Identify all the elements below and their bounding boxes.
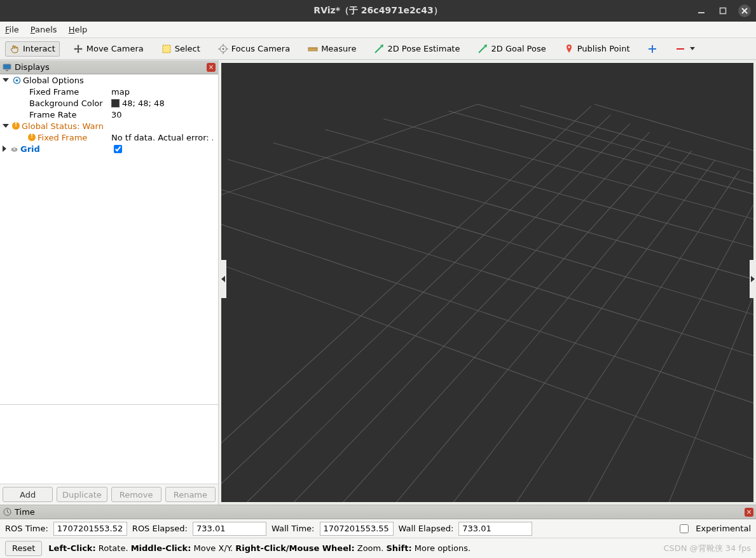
ros-elapsed-input[interactable] [193, 522, 266, 536]
time-fields: ROS Time: ROS Elapsed: Wall Time: Wall E… [0, 519, 756, 538]
chevron-down-icon [690, 47, 695, 50]
cursor-hand-icon [10, 44, 20, 54]
plus-icon [647, 44, 657, 54]
ros-time-label: ROS Time: [5, 524, 48, 533]
gear-icon [12, 76, 21, 85]
target-icon [218, 44, 228, 54]
titlebar: RViz*（于 26c4971e2c43） [0, 0, 756, 22]
svg-point-20 [568, 46, 570, 48]
main-area: Displays Global Options Fixed Frame [0, 60, 756, 505]
add-button[interactable]: Add [3, 487, 53, 502]
select-icon [162, 44, 172, 54]
grid-label: Grid [20, 144, 40, 154]
panel-close-button[interactable] [745, 508, 753, 517]
wall-elapsed-label: Wall Elapsed: [399, 524, 454, 533]
ros-time-input[interactable] [53, 522, 127, 536]
svg-line-31 [7, 512, 9, 514]
tool-publish-point[interactable]: Publish Point [560, 41, 635, 57]
svg-rect-25 [6, 70, 8, 71]
status-fixed-frame-value: No tf data. Actual error: ... [111, 133, 213, 142]
menu-help[interactable]: Help [69, 25, 88, 34]
wall-time-label: Wall Time: [271, 524, 315, 533]
monitor-icon [3, 63, 11, 72]
tool-select[interactable]: Select [157, 41, 205, 57]
color-swatch[interactable] [111, 99, 120, 107]
time-panel-title: Time [15, 507, 35, 517]
displays-title: Displays [15, 62, 50, 72]
svg-rect-1 [720, 8, 726, 14]
duplicate-button[interactable]: Duplicate [57, 487, 107, 502]
menu-file[interactable]: File [5, 25, 19, 34]
svg-point-27 [15, 79, 18, 81]
background-color-value[interactable]: 48; 48; 48 [122, 99, 165, 108]
3d-view[interactable] [221, 63, 753, 502]
arrow-green-icon [478, 44, 488, 54]
warning-icon [28, 133, 36, 141]
grid-icon [10, 144, 18, 153]
collapse-icon[interactable] [3, 124, 9, 128]
frame-rate-value[interactable]: 30 [111, 110, 122, 119]
panel-close-button[interactable] [207, 63, 216, 72]
minus-icon [675, 44, 685, 54]
menu-panels[interactable]: Panels [31, 25, 57, 34]
background-color-label: Background Color [29, 99, 103, 108]
tool-add[interactable] [643, 41, 662, 57]
ruler-icon [308, 44, 318, 54]
fixed-frame-value[interactable]: map [111, 87, 130, 97]
wall-time-input[interactable] [320, 522, 394, 536]
grid-checkbox[interactable] [114, 145, 122, 153]
remove-button[interactable]: Remove [111, 487, 162, 502]
tool-goal-pose-label: 2D Goal Pose [491, 44, 546, 53]
window-maximize-button[interactable] [717, 4, 729, 17]
sidebar-collapse-handle[interactable] [220, 260, 226, 298]
svg-point-10 [222, 48, 224, 50]
experimental-label: Experimental [696, 524, 751, 533]
statusbar: Reset Left-Click: Rotate. Middle-Click: … [0, 538, 756, 558]
expand-icon[interactable] [3, 146, 6, 152]
displays-header: Displays [0, 60, 218, 74]
tool-move-camera[interactable]: Move Camera [69, 41, 148, 57]
experimental-checkbox[interactable] [680, 524, 689, 533]
time-panel: Time ROS Time: ROS Elapsed: Wall Time: W… [0, 505, 756, 538]
svg-rect-24 [3, 64, 11, 69]
global-status-label: Global Status: Warn [22, 121, 104, 131]
frame-rate-label: Frame Rate [29, 110, 76, 119]
pin-icon [564, 44, 574, 54]
tool-2d-goal-pose[interactable]: 2D Goal Pose [473, 41, 550, 57]
window-title: RViz*（于 26c4971e2c43） [313, 5, 442, 17]
tool-remove[interactable] [671, 41, 699, 57]
menubar: File Panels Help [0, 22, 756, 38]
tool-focus-camera[interactable]: Focus Camera [214, 41, 294, 57]
toolbar: Interact Move Camera Select Focus Camera… [0, 38, 756, 60]
tool-measure[interactable]: Measure [303, 41, 361, 57]
global-options-label: Global Options [23, 76, 84, 85]
tool-publish-point-label: Publish Point [577, 44, 630, 53]
svg-line-18 [479, 46, 485, 53]
right-collapse-handle[interactable] [750, 260, 756, 298]
svg-rect-28 [221, 63, 753, 502]
arrow-green-icon [374, 44, 384, 54]
window-close-button[interactable] [738, 4, 751, 17]
clock-icon [3, 508, 11, 517]
svg-line-16 [375, 46, 381, 53]
tool-2d-pose-estimate[interactable]: 2D Pose Estimate [369, 41, 464, 57]
time-panel-header: Time [0, 505, 756, 519]
tool-interact[interactable]: Interact [5, 41, 60, 57]
move-icon [73, 44, 83, 54]
tree-button-row: Add Duplicate Remove Rename [0, 484, 218, 505]
rename-button[interactable]: Rename [165, 487, 216, 502]
tool-measure-label: Measure [321, 44, 356, 53]
view-container [219, 60, 756, 505]
reset-button[interactable]: Reset [5, 541, 42, 556]
window-minimize-button[interactable] [695, 4, 708, 17]
watermark: CSDN @背靴侠 34 fps [663, 543, 751, 554]
tool-select-label: Select [175, 44, 200, 53]
collapse-icon[interactable] [3, 78, 9, 82]
tool-pose-estimate-label: 2D Pose Estimate [387, 44, 460, 53]
displays-sidebar: Displays Global Options Fixed Frame [0, 60, 219, 505]
wall-elapsed-input[interactable] [458, 522, 532, 536]
svg-rect-4 [163, 45, 170, 53]
displays-tree[interactable]: Global Options Fixed Frame map Backgroun… [0, 74, 218, 404]
description-area [0, 404, 218, 484]
ros-elapsed-label: ROS Elapsed: [132, 524, 188, 533]
